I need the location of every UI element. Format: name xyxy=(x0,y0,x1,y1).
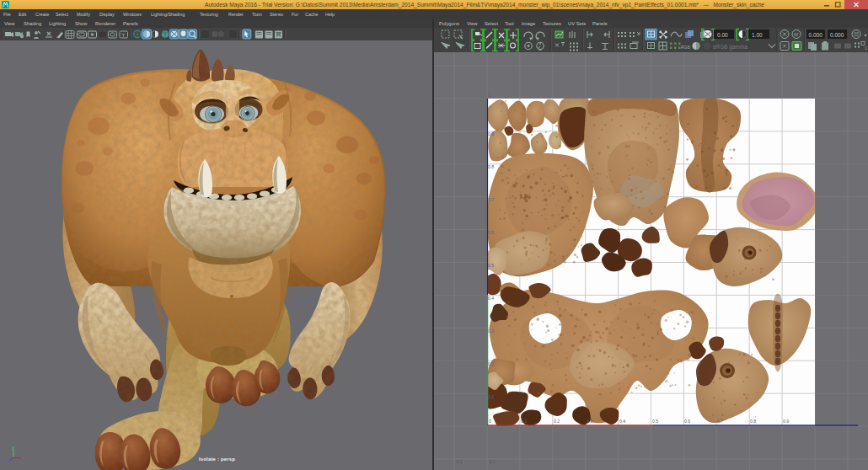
svg-text:0.5: 0.5 xyxy=(488,263,494,268)
svg-text:0.1: 0.1 xyxy=(488,394,494,399)
svg-text:0.3: 0.3 xyxy=(587,419,592,424)
svg-text:0.7: 0.7 xyxy=(488,197,494,202)
svg-text:RGB: RGB xyxy=(681,45,691,50)
svg-text:y: y xyxy=(12,445,14,450)
svg-text:0.2: 0.2 xyxy=(488,361,494,366)
svg-text:0.4: 0.4 xyxy=(488,296,494,301)
svg-text:-0.1: -0.1 xyxy=(455,459,463,464)
svg-text:0.00: 0.00 xyxy=(717,32,728,38)
svg-text:T: T xyxy=(122,33,126,38)
svg-text:0.3: 0.3 xyxy=(488,328,494,334)
svg-text:1.00: 1.00 xyxy=(752,32,763,38)
svg-text:0.9: 0.9 xyxy=(783,419,789,424)
svg-text:0.6: 0.6 xyxy=(488,230,494,235)
svg-text:0: 0 xyxy=(489,419,491,424)
svg-text:-0.1: -0.1 xyxy=(488,459,496,464)
svg-text:0.7: 0.7 xyxy=(717,419,723,424)
svg-text:0.4: 0.4 xyxy=(619,419,625,424)
svg-text:1: 1 xyxy=(865,45,867,51)
svg-text:0.9: 0.9 xyxy=(488,131,494,136)
svg-text:z: z xyxy=(7,458,9,463)
svg-text:M: M xyxy=(794,32,798,37)
svg-text:0.2: 0.2 xyxy=(554,419,560,424)
svg-text:0.6: 0.6 xyxy=(684,419,690,424)
svg-text:1: 1 xyxy=(488,93,490,98)
svg-text:0.1: 0.1 xyxy=(521,419,527,424)
svg-text:0.8: 0.8 xyxy=(750,419,756,424)
svg-text:0.000: 0.000 xyxy=(830,32,844,38)
svg-text:0.8: 0.8 xyxy=(488,164,494,169)
svg-text:sRGB gamma: sRGB gamma xyxy=(713,44,747,51)
svg-text:0.5: 0.5 xyxy=(652,419,658,424)
svg-text:0.000: 0.000 xyxy=(809,32,823,38)
